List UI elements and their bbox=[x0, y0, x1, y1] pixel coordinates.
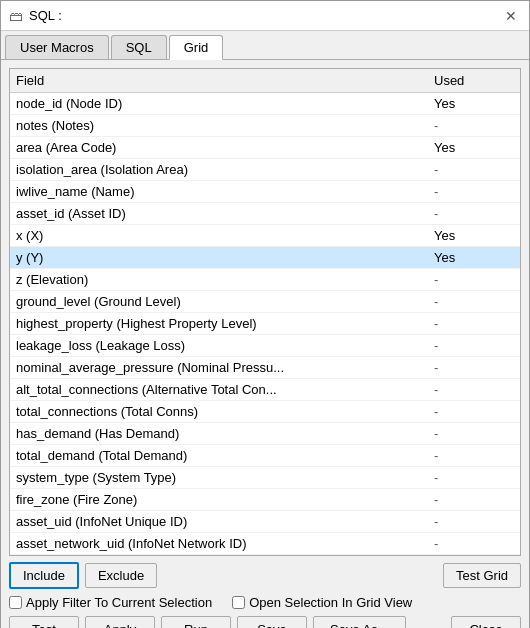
title-bar: 🗃 SQL : ✕ bbox=[1, 1, 529, 31]
save-as-button[interactable]: Save As... bbox=[313, 616, 406, 628]
row-used: Yes bbox=[434, 250, 514, 265]
row-field: system_type (System Type) bbox=[16, 470, 434, 485]
table-row[interactable]: iwlive_name (Name)- bbox=[10, 181, 520, 203]
content-area: Field Used node_id (Node ID)Yesnotes (No… bbox=[1, 60, 529, 628]
exclude-button[interactable]: Exclude bbox=[85, 563, 157, 588]
row-used: - bbox=[434, 470, 514, 485]
table-row[interactable]: leakage_loss (Leakage Loss)- bbox=[10, 335, 520, 357]
row-used: - bbox=[434, 118, 514, 133]
row-used: - bbox=[434, 338, 514, 353]
apply-filter-label[interactable]: Apply Filter To Current Selection bbox=[9, 595, 212, 610]
tab-sql[interactable]: SQL bbox=[111, 35, 167, 59]
apply-filter-text: Apply Filter To Current Selection bbox=[26, 595, 212, 610]
row-field: total_demand (Total Demand) bbox=[16, 448, 434, 463]
table-row[interactable]: y (Y)Yes bbox=[10, 247, 520, 269]
open-selection-label[interactable]: Open Selection In Grid View bbox=[232, 595, 412, 610]
row-field: notes (Notes) bbox=[16, 118, 434, 133]
grid-body[interactable]: node_id (Node ID)Yesnotes (Notes)-area (… bbox=[10, 93, 520, 555]
column-header-used: Used bbox=[434, 73, 514, 88]
open-selection-checkbox[interactable] bbox=[232, 596, 245, 609]
table-row[interactable]: node_id (Node ID)Yes bbox=[10, 93, 520, 115]
main-window: 🗃 SQL : ✕ User Macros SQL Grid Field Use… bbox=[0, 0, 530, 628]
checkbox-group: Apply Filter To Current Selection Open S… bbox=[9, 595, 412, 610]
row-used: - bbox=[434, 426, 514, 441]
window-icon: 🗃 bbox=[9, 8, 23, 24]
table-row[interactable]: highest_property (Highest Property Level… bbox=[10, 313, 520, 335]
row-field: total_connections (Total Conns) bbox=[16, 404, 434, 419]
row-used: - bbox=[434, 514, 514, 529]
tab-grid[interactable]: Grid bbox=[169, 35, 224, 60]
save-button[interactable]: Save bbox=[237, 616, 307, 628]
run-button[interactable]: Run bbox=[161, 616, 231, 628]
table-row[interactable]: notes (Notes)- bbox=[10, 115, 520, 137]
table-row[interactable]: nominal_average_pressure (Nominal Pressu… bbox=[10, 357, 520, 379]
row-used: Yes bbox=[434, 140, 514, 155]
row-used: - bbox=[434, 206, 514, 221]
row-field: y (Y) bbox=[16, 250, 434, 265]
window-title: SQL : bbox=[29, 8, 62, 23]
grid-header: Field Used bbox=[10, 69, 520, 93]
row-used: - bbox=[434, 448, 514, 463]
title-bar-left: 🗃 SQL : bbox=[9, 8, 62, 24]
table-row[interactable]: has_demand (Has Demand)- bbox=[10, 423, 520, 445]
row-field: area (Area Code) bbox=[16, 140, 434, 155]
row-used: - bbox=[434, 404, 514, 419]
table-row[interactable]: alt_total_connections (Alternative Total… bbox=[10, 379, 520, 401]
row-used: - bbox=[434, 536, 514, 551]
row-field: asset_network_uid (InfoNet Network ID) bbox=[16, 536, 434, 551]
open-selection-text: Open Selection In Grid View bbox=[249, 595, 412, 610]
test-button[interactable]: Test bbox=[9, 616, 79, 628]
row-field: iwlive_name (Name) bbox=[16, 184, 434, 199]
table-row[interactable]: z (Elevation)- bbox=[10, 269, 520, 291]
row-used: - bbox=[434, 316, 514, 331]
row-field: x (X) bbox=[16, 228, 434, 243]
row-used: - bbox=[434, 294, 514, 309]
row-field: nominal_average_pressure (Nominal Pressu… bbox=[16, 360, 434, 375]
row-used: - bbox=[434, 382, 514, 397]
row-field: isolation_area (Isolation Area) bbox=[16, 162, 434, 177]
apply-button[interactable]: Apply bbox=[85, 616, 155, 628]
row-used: Yes bbox=[434, 96, 514, 111]
row-field: fire_zone (Fire Zone) bbox=[16, 492, 434, 507]
table-row[interactable]: isolation_area (Isolation Area)- bbox=[10, 159, 520, 181]
row-used: - bbox=[434, 184, 514, 199]
table-row[interactable]: area (Area Code)Yes bbox=[10, 137, 520, 159]
row-field: z (Elevation) bbox=[16, 272, 434, 287]
apply-filter-checkbox[interactable] bbox=[9, 596, 22, 609]
table-row[interactable]: total_demand (Total Demand)- bbox=[10, 445, 520, 467]
row-field: has_demand (Has Demand) bbox=[16, 426, 434, 441]
row-field: asset_uid (InfoNet Unique ID) bbox=[16, 514, 434, 529]
row-used: - bbox=[434, 272, 514, 287]
table-row[interactable]: ground_level (Ground Level)- bbox=[10, 291, 520, 313]
close-button[interactable]: Close bbox=[451, 616, 521, 628]
row-field: asset_id (Asset ID) bbox=[16, 206, 434, 221]
row-used: - bbox=[434, 162, 514, 177]
table-row[interactable]: asset_network_uid (InfoNet Network ID)- bbox=[10, 533, 520, 555]
grid-table: Field Used node_id (Node ID)Yesnotes (No… bbox=[9, 68, 521, 556]
row-field: ground_level (Ground Level) bbox=[16, 294, 434, 309]
row-field: leakage_loss (Leakage Loss) bbox=[16, 338, 434, 353]
include-button[interactable]: Include bbox=[9, 562, 79, 589]
test-grid-button[interactable]: Test Grid bbox=[443, 563, 521, 588]
checkbox-row: Apply Filter To Current Selection Open S… bbox=[9, 595, 521, 610]
table-row[interactable]: asset_uid (InfoNet Unique ID)- bbox=[10, 511, 520, 533]
row-used: Yes bbox=[434, 228, 514, 243]
table-row[interactable]: asset_id (Asset ID)- bbox=[10, 203, 520, 225]
grid-action-buttons: Include Exclude Test Grid bbox=[9, 562, 521, 589]
table-row[interactable]: fire_zone (Fire Zone)- bbox=[10, 489, 520, 511]
row-used: - bbox=[434, 360, 514, 375]
row-field: node_id (Node ID) bbox=[16, 96, 434, 111]
row-field: alt_total_connections (Alternative Total… bbox=[16, 382, 434, 397]
table-row[interactable]: x (X)Yes bbox=[10, 225, 520, 247]
table-row[interactable]: total_connections (Total Conns)- bbox=[10, 401, 520, 423]
close-window-button[interactable]: ✕ bbox=[501, 6, 521, 26]
tab-user-macros[interactable]: User Macros bbox=[5, 35, 109, 59]
row-field: highest_property (Highest Property Level… bbox=[16, 316, 434, 331]
row-used: - bbox=[434, 492, 514, 507]
tab-bar: User Macros SQL Grid bbox=[1, 31, 529, 60]
table-row[interactable]: system_type (System Type)- bbox=[10, 467, 520, 489]
action-row: Test Apply Run Save Save As... Close bbox=[9, 616, 521, 628]
column-header-field: Field bbox=[16, 73, 434, 88]
